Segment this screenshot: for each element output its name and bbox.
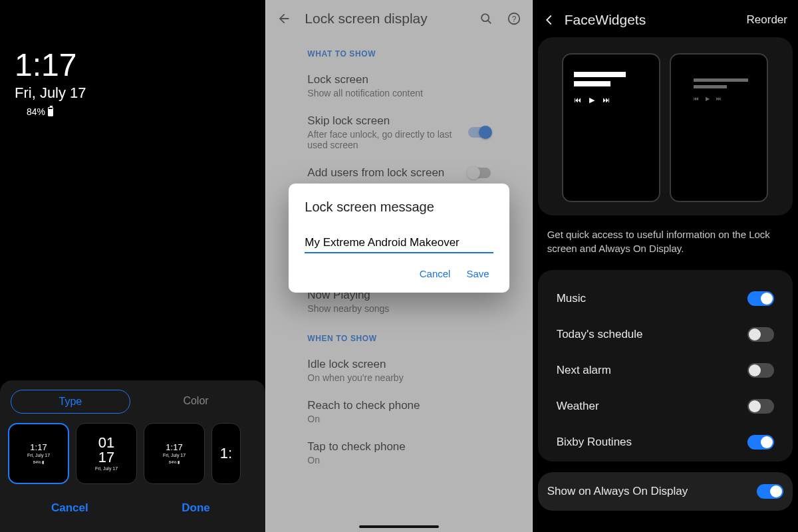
lock-message-input[interactable] — [305, 233, 493, 253]
lock-screen-message-dialog: Lock screen message Cancel Save — [289, 184, 509, 293]
prev-icon: ⏮ — [574, 96, 581, 104]
clock-date: Fri, July 17 — [15, 84, 86, 102]
play-icon: ▶ — [589, 96, 595, 104]
toggle-aod[interactable] — [757, 484, 783, 499]
page-title: FaceWidgets — [565, 12, 737, 28]
item-next-alarm[interactable]: Next alarm — [547, 352, 783, 388]
dialog-save-button[interactable]: Save — [466, 268, 489, 279]
row-show-on-aod[interactable]: Show on Always On Display — [538, 472, 793, 511]
toggle-bixby[interactable] — [747, 435, 774, 450]
toggle-music[interactable] — [747, 291, 774, 306]
clock-style-thumbs: 1:17 Fri, July 17 84% ▮ 01 17 Fri, July … — [7, 423, 259, 495]
preview-aod: ⏮▶⏭ — [670, 53, 768, 202]
next-icon: ⏭ — [602, 96, 610, 104]
segment-color[interactable]: Color — [137, 390, 255, 414]
item-weather[interactable]: Weather — [547, 388, 783, 424]
clock-style-editor: Type Color 1:17 Fri, July 17 84% ▮ 01 17… — [0, 380, 265, 532]
preview-lockscreen: ⏮ ▶ ⏭ — [562, 53, 660, 202]
item-schedule[interactable]: Today's schedule — [547, 317, 783, 352]
editor-actions: Cancel Done — [7, 495, 259, 521]
item-bixby-routines[interactable]: Bixby Routines — [547, 424, 783, 460]
back-icon[interactable] — [543, 14, 555, 26]
clock-thumb-3[interactable]: 1:17 Fri, July 17 84% ▮ — [144, 423, 205, 484]
facewidgets-header: FaceWidgets Reorder — [533, 0, 798, 35]
facewidgets-list: Music Today's schedule Next alarm Weathe… — [538, 270, 793, 462]
clock-thumb-1[interactable]: 1:17 Fri, July 17 84% ▮ — [8, 423, 69, 484]
facewidgets-card: ⏮ ▶ ⏭ ⏮▶⏭ — [538, 37, 793, 215]
battery-icon — [48, 107, 53, 116]
toggle-next-alarm[interactable] — [747, 363, 774, 378]
media-controls-dim-icon: ⏮▶⏭ — [694, 96, 722, 102]
segment-type[interactable]: Type — [11, 390, 130, 414]
dialog-title: Lock screen message — [305, 200, 493, 215]
toggle-schedule[interactable] — [747, 327, 774, 342]
reorder-button[interactable]: Reorder — [747, 13, 787, 27]
preview-pair: ⏮ ▶ ⏭ ⏮▶⏭ — [547, 48, 783, 214]
battery-percent: 84% — [27, 106, 45, 117]
facewidgets-description: Get quick access to useful information o… — [533, 218, 798, 267]
clock-thumb-2[interactable]: 01 17 Fri, July 17 — [76, 423, 137, 484]
media-controls-icon: ⏮ ▶ ⏭ — [574, 96, 610, 104]
style-segment: Type Color — [7, 390, 259, 423]
toggle-weather[interactable] — [747, 399, 774, 414]
lock-clock: 1:17 Fri, July 17 — [15, 47, 86, 102]
cancel-button[interactable]: Cancel — [7, 495, 133, 521]
clock-thumb-4[interactable]: 1: — [211, 423, 241, 484]
clock-time: 1:17 — [15, 47, 86, 83]
gesture-home-bar[interactable] — [359, 525, 439, 528]
item-music[interactable]: Music — [547, 281, 783, 317]
battery-indicator: 84% — [27, 106, 53, 117]
dialog-cancel-button[interactable]: Cancel — [420, 268, 451, 279]
done-button[interactable]: Done — [133, 495, 259, 521]
